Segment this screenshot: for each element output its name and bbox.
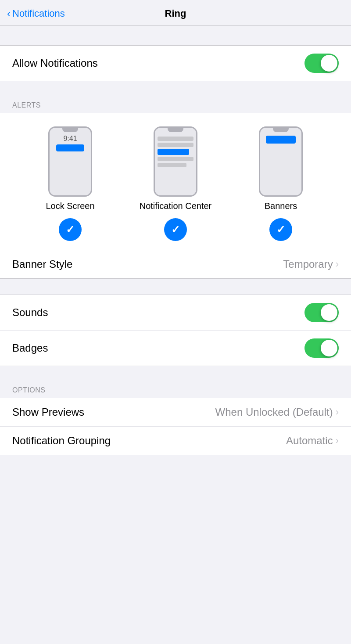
alert-item-banners[interactable]: Banners	[228, 126, 333, 211]
show-previews-row[interactable]: Show Previews When Unlocked (Default) ›	[0, 398, 351, 427]
notification-grouping-row[interactable]: Notification Grouping Automatic ›	[0, 427, 351, 455]
lock-screen-bar	[56, 144, 84, 151]
sounds-toggle-knob	[321, 304, 337, 321]
checkmark-icon-1: ✓	[66, 223, 75, 236]
section-gap-1	[0, 26, 351, 45]
sounds-row: Sounds	[0, 295, 351, 331]
banner-bar	[266, 136, 296, 144]
lock-screen-label: Lock Screen	[46, 201, 94, 211]
banners-label: Banners	[265, 201, 297, 211]
phone-notch-2	[168, 128, 183, 132]
notif-center-bars	[155, 137, 196, 167]
sounds-label: Sounds	[12, 306, 48, 319]
notif-bar-2	[158, 143, 193, 147]
banners-check[interactable]: ✓	[269, 218, 292, 241]
badges-label: Badges	[12, 342, 48, 354]
badges-row: Badges	[0, 331, 351, 366]
page-title: Ring	[165, 8, 186, 19]
allow-notifications-toggle[interactable]	[304, 54, 339, 73]
notif-bar-blue	[158, 149, 189, 155]
show-previews-value: When Unlocked (Default) ›	[215, 406, 339, 418]
banner-style-value: Temporary ›	[283, 258, 339, 270]
notif-center-check[interactable]: ✓	[164, 218, 187, 241]
phone-notch-3	[273, 128, 289, 132]
alert-item-lock-screen[interactable]: 9:41 Lock Screen	[18, 126, 123, 211]
show-previews-label: Show Previews	[12, 406, 84, 418]
notif-bar-3	[158, 157, 193, 161]
banner-style-label: Banner Style	[12, 258, 72, 270]
banner-style-row[interactable]: Banner Style Temporary ›	[0, 250, 351, 278]
allow-notifications-row: Allow Notifications	[0, 46, 351, 81]
sounds-toggle[interactable]	[304, 303, 339, 322]
phone-notch	[62, 128, 78, 132]
notif-bar-1	[158, 137, 193, 141]
banners-mockup	[259, 126, 303, 197]
chevron-right-icon-1: ›	[336, 259, 339, 270]
lock-screen-mockup: 9:41	[48, 126, 92, 197]
section-gap-2	[0, 81, 351, 97]
allow-notifications-card: Allow Notifications	[0, 45, 351, 81]
allow-notifications-label: Allow Notifications	[12, 57, 98, 69]
badges-toggle-knob	[321, 340, 337, 356]
notification-center-mockup	[154, 126, 197, 197]
notification-center-label: Notification Center	[140, 201, 212, 211]
section-gap-4	[0, 366, 351, 382]
toggle-knob	[321, 55, 337, 72]
alert-checks-row: ✓ ✓ ✓	[0, 211, 351, 250]
notif-center-check-wrapper: ✓	[123, 218, 228, 241]
chevron-right-icon-3: ›	[336, 435, 339, 446]
options-section-header: OPTIONS	[0, 382, 351, 398]
checkmark-icon-3: ✓	[276, 223, 285, 236]
navigation-bar: ‹ Notifications Ring	[0, 0, 351, 26]
notification-grouping-label: Notification Grouping	[12, 435, 111, 447]
alerts-section-header: ALERTS	[0, 97, 351, 113]
sounds-badges-card: Sounds Badges	[0, 295, 351, 366]
badges-toggle[interactable]	[304, 338, 339, 358]
alerts-card: 9:41 Lock Screen Notification Center	[0, 113, 351, 279]
notif-bar-4	[158, 163, 186, 167]
chevron-left-icon: ‹	[7, 8, 11, 19]
section-gap-5	[0, 455, 351, 475]
banners-check-wrapper: ✓	[228, 218, 333, 241]
chevron-right-icon-2: ›	[336, 407, 339, 418]
alert-item-notification-center[interactable]: Notification Center	[123, 126, 228, 211]
alert-icons-row: 9:41 Lock Screen Notification Center	[0, 122, 351, 211]
lock-screen-check[interactable]: ✓	[59, 218, 82, 241]
back-button[interactable]: ‹ Notifications	[7, 8, 65, 19]
checkmark-icon-2: ✓	[171, 223, 180, 236]
options-card: Show Previews When Unlocked (Default) › …	[0, 398, 351, 455]
lock-screen-check-wrapper: ✓	[18, 218, 123, 241]
phone-time: 9:41	[63, 135, 77, 143]
notification-grouping-value: Automatic ›	[286, 435, 339, 447]
section-gap-3	[0, 279, 351, 295]
